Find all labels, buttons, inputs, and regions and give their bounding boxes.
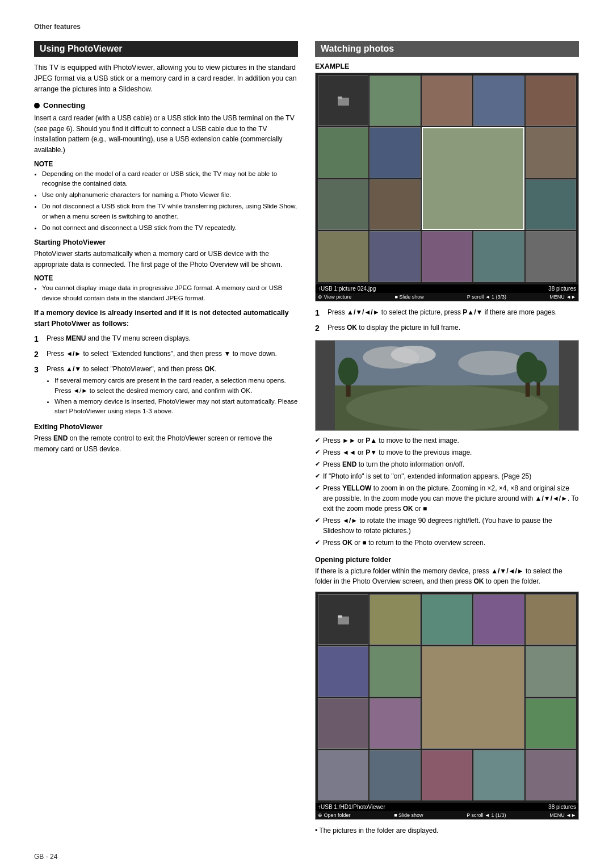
left-section-title: Using PhotoViewer [34, 41, 298, 57]
main-photo [315, 340, 579, 431]
note1-item-1: Depending on the model of a card reader … [42, 169, 298, 189]
photo-grid-2 [316, 592, 578, 803]
folder-note: • The pictures in the folder are display… [315, 825, 579, 836]
svg-rect-0 [338, 98, 349, 106]
folder-thumb-3 [422, 594, 472, 645]
photo-grid-1 [316, 73, 578, 284]
opening-folder-body: If there is a picture folder within the … [315, 566, 579, 587]
note2-list: You cannot display image data in progres… [42, 283, 298, 303]
note2-item-1: You cannot display image data in progres… [42, 283, 298, 303]
photo-overview-1: ↑USB 1:picture 024.jpg 38 pictures ⊕ Vie… [315, 73, 579, 301]
watching-steps: 1 Press ▲/▼/◄/► to select the picture, p… [315, 307, 579, 334]
folder-thumb-17 [526, 750, 576, 800]
step-3-sub-2: When a memory device is inserted, PhotoV… [54, 397, 298, 417]
thumb-11 [370, 179, 420, 230]
intro-text: This TV is equipped with PhotoViewer, al… [34, 62, 298, 94]
thumb-14 [318, 231, 368, 282]
check-item-3: Press END to turn the photo information … [315, 459, 579, 469]
opening-folder-section: Opening picture folder If there is a pic… [315, 556, 579, 836]
thumb-15 [370, 231, 420, 282]
check-item-6: Press ◄/► to rotate the image 90 degrees… [315, 515, 579, 536]
thumb-9 [526, 127, 576, 178]
check-item-1: Press ►► or P▲ to move to the next image… [315, 435, 579, 446]
note1-label: NOTE [34, 160, 298, 168]
svg-point-6 [458, 350, 526, 375]
step-1-num: 1 [34, 333, 43, 345]
status-right-1: 38 pictures [548, 286, 576, 292]
step-1: 1 Press MENU and the TV menu screen disp… [34, 333, 298, 345]
folder-thumb-12 [526, 698, 576, 749]
thumb-18 [526, 231, 576, 282]
check-item-2: Press ◄◄ or P▼ to move to the previous i… [315, 447, 579, 458]
page-footer: GB - 24 [34, 853, 579, 861]
step-1-text: Press MENU and the TV menu screen displa… [47, 334, 191, 342]
svg-rect-1 [338, 97, 342, 99]
starting-body: PhotoViewer starts automatically when a … [34, 249, 298, 270]
folder-thumb-8-large [422, 646, 524, 749]
status-scroll-1: P scroll ◄ 1 (3/3) [467, 294, 506, 300]
watch-step-2: 2 Press OK to display the picture in ful… [315, 322, 579, 334]
svg-point-5 [391, 346, 436, 364]
steps-list: 1 Press MENU and the TV menu screen disp… [34, 333, 298, 417]
step-3-text: Press ▲/▼ to select "PhotoViewer", and t… [47, 365, 217, 373]
note2-label: NOTE [34, 274, 298, 282]
status-view-1: ⊕ View picture [318, 294, 351, 300]
check-item-4: If "Photo info" is set to "on", extended… [315, 471, 579, 481]
folder-thumb-11 [370, 698, 420, 749]
watch-step-2-content: Press OK to display the picture in full … [328, 322, 579, 334]
thumb-16 [422, 231, 472, 282]
starting-title: Starting PhotoViewer [34, 238, 298, 246]
folder-thumb-2 [370, 594, 420, 645]
connecting-heading: Connecting [34, 101, 298, 110]
folder-thumb-1 [318, 594, 368, 645]
step-3-num: 3 [34, 364, 43, 417]
thumb-5 [526, 76, 576, 126]
photo-status-bar-2: ↑USB 1:/HD1/PhotoViewer 38 pictures [316, 803, 578, 811]
other-features-label: Other features [34, 23, 579, 31]
exiting-body: Press END on the remote control to exit … [34, 433, 298, 454]
right-column: Watching photos EXAMPLE [315, 41, 579, 836]
folder-thumb-9 [526, 646, 576, 697]
status-scroll-2: P scroll ◄ 1 (1/3) [467, 812, 506, 818]
left-column: Using PhotoViewer This TV is equipped wi… [34, 41, 298, 836]
status-slide-2: ■ Slide show [394, 812, 423, 818]
step-3: 3 Press ▲/▼ to select "PhotoViewer", and… [34, 364, 298, 417]
step-3-sub-1: If several memory cards are present in t… [54, 376, 298, 396]
connecting-body: Insert a card reader (with a USB cable) … [34, 113, 298, 155]
thumb-3 [422, 76, 472, 126]
thumb-large-selected [422, 127, 524, 230]
bullet-icon [34, 103, 40, 108]
watch-step-1-num: 1 [315, 307, 324, 319]
exiting-title: Exiting PhotoViewer [34, 423, 298, 431]
note1-item-4: Do not connect and disconnect a USB stic… [42, 223, 298, 233]
note1-list: Depending on the model of a card reader … [42, 169, 298, 233]
folder-thumb-7 [370, 646, 420, 697]
opening-folder-title: Opening picture folder [315, 556, 579, 564]
note1-item-3: Do not disconnect a USB stick from the T… [42, 202, 298, 221]
thumb-4 [473, 76, 524, 126]
svg-rect-15 [338, 617, 349, 624]
folder-thumb-15 [422, 750, 472, 800]
svg-point-10 [338, 357, 359, 385]
watch-step-2-num: 2 [315, 322, 324, 334]
thumb-10 [318, 179, 368, 230]
folder-thumb-4 [473, 594, 524, 645]
thumb-7 [370, 127, 420, 178]
note1-item-2: Use only alphanumeric characters for nam… [42, 190, 298, 200]
folder-thumb-5 [526, 594, 576, 645]
folder-thumb-13 [318, 750, 368, 800]
thumb-6 [318, 127, 368, 178]
photo-status-bar-1: ↑USB 1:picture 024.jpg 38 pictures [316, 284, 578, 293]
status-slide-1: ■ Slide show [394, 294, 423, 300]
watch-step-1-content: Press ▲/▼/◄/► to select the picture, pre… [328, 307, 579, 319]
folder-thumb-6 [318, 646, 368, 697]
status-left-1: ↑USB 1:picture 024.jpg [318, 286, 376, 292]
bold-para: If a memory device is already inserted a… [34, 308, 298, 329]
photo-status-bar-1b: ⊕ View picture ■ Slide show P scroll ◄ 1… [316, 293, 578, 301]
watch-step-1: 1 Press ▲/▼/◄/► to select the picture, p… [315, 307, 579, 319]
page-header: Other features [34, 23, 579, 31]
page-number: GB - 24 [34, 853, 57, 861]
thumb-2 [370, 76, 420, 126]
step-2-text: Press ◄/► to select "Extended functions"… [47, 350, 277, 358]
svg-rect-16 [338, 615, 342, 618]
